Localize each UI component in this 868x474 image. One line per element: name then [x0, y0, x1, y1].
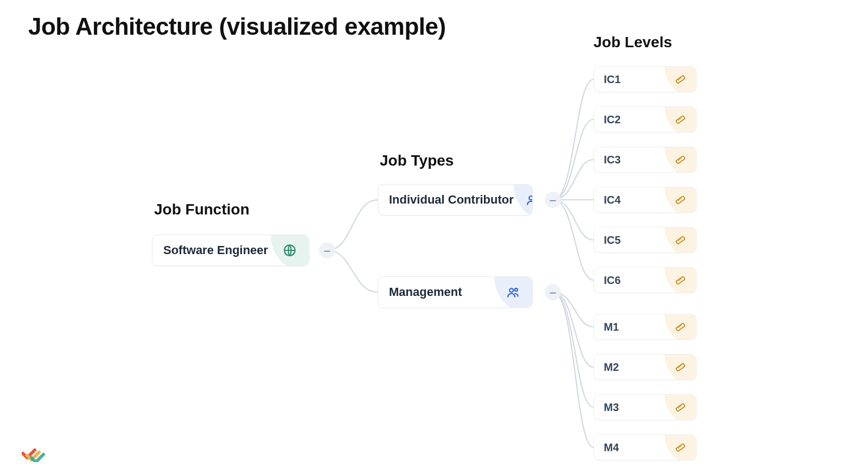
- ruler-icon: [665, 268, 696, 293]
- svg-rect-6: [676, 116, 685, 124]
- collapse-toggle-function[interactable]: –: [319, 242, 335, 258]
- level-node-label: IC1: [604, 73, 621, 86]
- ruler-icon: [665, 187, 696, 212]
- page-title: Job Architecture (visualized example): [28, 13, 446, 40]
- level-node[interactable]: M1: [593, 314, 697, 340]
- level-node-label: M2: [604, 361, 619, 374]
- brand-logo-icon: [22, 440, 48, 462]
- svg-rect-13: [676, 403, 685, 412]
- svg-rect-9: [676, 236, 685, 244]
- level-node-label: M4: [604, 441, 619, 454]
- levels-list-mgr: M1M2M3M4: [593, 314, 697, 460]
- ruler-icon: [665, 395, 696, 420]
- level-node[interactable]: M2: [593, 354, 697, 380]
- svg-rect-10: [676, 276, 685, 285]
- connector-lines: [0, 0, 868, 474]
- type-node-individual-contributor[interactable]: Individual Contributor: [378, 184, 533, 216]
- svg-rect-14: [676, 444, 685, 452]
- people-icon: [494, 277, 532, 307]
- level-node[interactable]: M4: [593, 434, 697, 460]
- level-node-label: IC5: [604, 234, 621, 247]
- ruler-icon: [665, 314, 696, 339]
- level-node[interactable]: IC2: [593, 106, 697, 132]
- column-header-levels: Job Levels: [593, 34, 672, 51]
- level-node[interactable]: IC4: [593, 187, 697, 213]
- level-node[interactable]: IC5: [593, 227, 697, 253]
- function-node-label: Software Engineer: [163, 243, 268, 257]
- svg-rect-5: [676, 75, 685, 84]
- level-node-label: M1: [604, 321, 619, 333]
- people-icon: [514, 185, 533, 215]
- collapse-toggle-mgr[interactable]: –: [545, 284, 561, 300]
- svg-point-3: [509, 288, 513, 292]
- level-node[interactable]: IC1: [593, 66, 697, 92]
- level-node[interactable]: IC6: [593, 267, 697, 293]
- ruler-icon: [665, 435, 696, 460]
- collapse-toggle-ic[interactable]: –: [545, 192, 561, 208]
- globe-icon: [271, 235, 309, 266]
- level-node-label: IC6: [604, 274, 621, 287]
- level-node[interactable]: IC3: [593, 147, 697, 173]
- type-node-label-mgr: Management: [389, 285, 462, 299]
- column-header-function: Job Function: [154, 201, 250, 218]
- type-node-management[interactable]: Management: [378, 276, 533, 308]
- level-node-label: IC4: [604, 194, 621, 206]
- level-node-label: IC2: [604, 113, 621, 126]
- level-node[interactable]: M3: [593, 394, 697, 420]
- ruler-icon: [665, 355, 696, 380]
- svg-rect-12: [676, 363, 685, 371]
- svg-rect-7: [676, 156, 685, 164]
- svg-point-4: [515, 288, 518, 291]
- ruler-icon: [665, 67, 696, 92]
- levels-list-ic: IC1IC2IC3IC4IC5IC6: [593, 66, 697, 293]
- level-node-label: M3: [604, 401, 619, 414]
- svg-point-1: [529, 196, 533, 200]
- type-node-label-ic: Individual Contributor: [389, 193, 514, 207]
- level-node-label: IC3: [604, 154, 621, 166]
- ruler-icon: [665, 147, 696, 172]
- svg-rect-11: [676, 323, 685, 331]
- function-node-software-engineer[interactable]: Software Engineer: [152, 235, 309, 266]
- ruler-icon: [665, 107, 696, 132]
- ruler-icon: [665, 227, 696, 252]
- column-header-types: Job Types: [380, 152, 454, 169]
- svg-rect-8: [676, 196, 685, 204]
